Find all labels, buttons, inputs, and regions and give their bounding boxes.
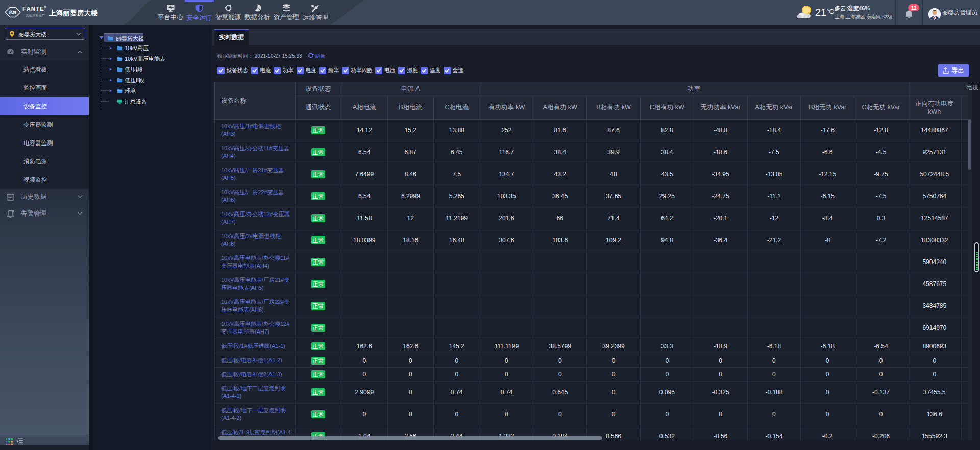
svg-text:风特: 风特 — [9, 10, 17, 15]
